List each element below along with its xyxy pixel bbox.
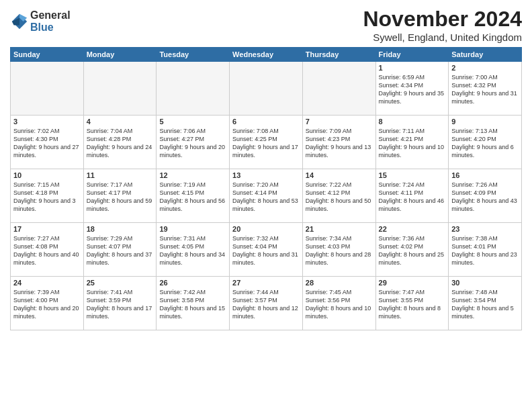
day-number: 19 (159, 225, 226, 233)
logo: General Blue (10, 9, 71, 33)
day-info: Sunrise: 7:08 AM Sunset: 4:25 PM Dayligh… (232, 127, 300, 160)
col-friday: Friday (375, 48, 449, 62)
day-info: Sunrise: 7:13 AM Sunset: 4:20 PM Dayligh… (451, 127, 519, 160)
calendar-body: 1Sunrise: 6:59 AM Sunset: 4:34 PM Daylig… (11, 62, 522, 330)
calendar-day: 7Sunrise: 7:09 AM Sunset: 4:23 PM Daylig… (302, 116, 375, 169)
day-number: 24 (13, 279, 81, 287)
day-info: Sunrise: 7:44 AM Sunset: 3:57 PM Dayligh… (232, 288, 300, 321)
day-number: 5 (159, 118, 226, 126)
day-info: Sunrise: 6:59 AM Sunset: 4:34 PM Dayligh… (379, 73, 446, 106)
col-wednesday: Wednesday (230, 48, 303, 62)
calendar-day: 12Sunrise: 7:19 AM Sunset: 4:15 PM Dayli… (157, 169, 230, 223)
day-number: 13 (232, 171, 300, 179)
day-number: 26 (159, 279, 226, 287)
calendar-day: 23Sunrise: 7:38 AM Sunset: 4:01 PM Dayli… (449, 223, 522, 277)
day-number: 12 (159, 171, 226, 179)
header: General Blue November 2024 Sywell, Engla… (10, 7, 522, 43)
calendar-day: 26Sunrise: 7:42 AM Sunset: 3:58 PM Dayli… (157, 277, 230, 330)
calendar-day: 19Sunrise: 7:31 AM Sunset: 4:05 PM Dayli… (157, 223, 230, 277)
calendar-day: 30Sunrise: 7:48 AM Sunset: 3:54 PM Dayli… (449, 277, 522, 330)
calendar-day: 9Sunrise: 7:13 AM Sunset: 4:20 PM Daylig… (449, 116, 522, 169)
day-info: Sunrise: 7:29 AM Sunset: 4:07 PM Dayligh… (87, 234, 154, 267)
day-number: 14 (306, 171, 373, 179)
day-info: Sunrise: 7:42 AM Sunset: 3:58 PM Dayligh… (159, 288, 226, 321)
day-info: Sunrise: 7:11 AM Sunset: 4:21 PM Dayligh… (379, 127, 446, 160)
day-number: 27 (232, 279, 300, 287)
col-saturday: Saturday (449, 48, 522, 62)
calendar-day (157, 62, 230, 116)
calendar-day: 3Sunrise: 7:02 AM Sunset: 4:30 PM Daylig… (11, 116, 84, 169)
col-sunday: Sunday (11, 48, 84, 62)
day-number: 25 (87, 279, 154, 287)
day-info: Sunrise: 7:26 AM Sunset: 4:09 PM Dayligh… (451, 181, 519, 214)
day-number: 6 (232, 118, 300, 126)
day-number: 1 (379, 64, 446, 72)
day-number: 7 (306, 118, 373, 126)
calendar-week-4: 24Sunrise: 7:39 AM Sunset: 4:00 PM Dayli… (11, 277, 522, 330)
day-number: 10 (13, 171, 81, 179)
calendar-day: 5Sunrise: 7:06 AM Sunset: 4:27 PM Daylig… (157, 116, 230, 169)
day-info: Sunrise: 7:34 AM Sunset: 4:03 PM Dayligh… (306, 234, 373, 267)
day-info: Sunrise: 7:48 AM Sunset: 3:54 PM Dayligh… (451, 288, 519, 321)
day-number: 20 (232, 225, 300, 233)
location: Sywell, England, United Kingdom (363, 32, 522, 43)
header-row: Sunday Monday Tuesday Wednesday Thursday… (11, 48, 522, 62)
day-info: Sunrise: 7:02 AM Sunset: 4:30 PM Dayligh… (13, 127, 81, 160)
calendar-day (11, 62, 84, 116)
day-number: 2 (451, 64, 519, 72)
calendar-day: 1Sunrise: 6:59 AM Sunset: 4:34 PM Daylig… (375, 62, 449, 116)
col-thursday: Thursday (302, 48, 375, 62)
day-number: 11 (87, 171, 154, 179)
day-info: Sunrise: 7:17 AM Sunset: 4:17 PM Dayligh… (87, 181, 154, 214)
day-info: Sunrise: 7:41 AM Sunset: 3:59 PM Dayligh… (87, 288, 154, 321)
calendar-day: 4Sunrise: 7:04 AM Sunset: 4:28 PM Daylig… (83, 116, 157, 169)
day-info: Sunrise: 7:20 AM Sunset: 4:14 PM Dayligh… (232, 181, 300, 214)
day-number: 30 (451, 279, 519, 287)
day-info: Sunrise: 7:27 AM Sunset: 4:08 PM Dayligh… (13, 234, 81, 267)
day-number: 28 (306, 279, 373, 287)
day-info: Sunrise: 7:38 AM Sunset: 4:01 PM Dayligh… (451, 234, 519, 267)
logo-blue-text: Blue (30, 21, 71, 34)
calendar-day: 15Sunrise: 7:24 AM Sunset: 4:11 PM Dayli… (375, 169, 449, 223)
calendar-day: 11Sunrise: 7:17 AM Sunset: 4:17 PM Dayli… (83, 169, 157, 223)
calendar-day: 14Sunrise: 7:22 AM Sunset: 4:12 PM Dayli… (302, 169, 375, 223)
day-info: Sunrise: 7:15 AM Sunset: 4:18 PM Dayligh… (13, 181, 81, 214)
calendar-day: 27Sunrise: 7:44 AM Sunset: 3:57 PM Dayli… (230, 277, 303, 330)
calendar-day: 21Sunrise: 7:34 AM Sunset: 4:03 PM Dayli… (302, 223, 375, 277)
day-number: 3 (13, 118, 81, 126)
day-info: Sunrise: 7:09 AM Sunset: 4:23 PM Dayligh… (306, 127, 373, 160)
month-title: November 2024 (363, 7, 522, 32)
day-number: 16 (451, 171, 519, 179)
calendar-day: 22Sunrise: 7:36 AM Sunset: 4:02 PM Dayli… (375, 223, 449, 277)
calendar-day: 18Sunrise: 7:29 AM Sunset: 4:07 PM Dayli… (83, 223, 157, 277)
title-block: November 2024 Sywell, England, United Ki… (363, 7, 522, 43)
day-info: Sunrise: 7:31 AM Sunset: 4:05 PM Dayligh… (159, 234, 226, 267)
day-info: Sunrise: 7:47 AM Sunset: 3:55 PM Dayligh… (379, 288, 446, 321)
col-tuesday: Tuesday (157, 48, 230, 62)
calendar-day: 28Sunrise: 7:45 AM Sunset: 3:56 PM Dayli… (302, 277, 375, 330)
page: General Blue November 2024 Sywell, Engla… (0, 0, 532, 411)
day-info: Sunrise: 7:06 AM Sunset: 4:27 PM Dayligh… (159, 127, 226, 160)
calendar-day (83, 62, 157, 116)
calendar-day: 10Sunrise: 7:15 AM Sunset: 4:18 PM Dayli… (11, 169, 84, 223)
day-number: 23 (451, 225, 519, 233)
day-info: Sunrise: 7:19 AM Sunset: 4:15 PM Dayligh… (159, 181, 226, 214)
day-number: 8 (379, 118, 446, 126)
calendar-day: 20Sunrise: 7:32 AM Sunset: 4:04 PM Dayli… (230, 223, 303, 277)
calendar-day: 29Sunrise: 7:47 AM Sunset: 3:55 PM Dayli… (375, 277, 449, 330)
calendar-week-3: 17Sunrise: 7:27 AM Sunset: 4:08 PM Dayli… (11, 223, 522, 277)
calendar-day: 25Sunrise: 7:41 AM Sunset: 3:59 PM Dayli… (83, 277, 157, 330)
calendar-day: 24Sunrise: 7:39 AM Sunset: 4:00 PM Dayli… (11, 277, 84, 330)
day-number: 18 (87, 225, 154, 233)
day-info: Sunrise: 7:32 AM Sunset: 4:04 PM Dayligh… (232, 234, 300, 267)
day-number: 21 (306, 225, 373, 233)
calendar-day: 16Sunrise: 7:26 AM Sunset: 4:09 PM Dayli… (449, 169, 522, 223)
calendar-day: 6Sunrise: 7:08 AM Sunset: 4:25 PM Daylig… (230, 116, 303, 169)
calendar-week-1: 3Sunrise: 7:02 AM Sunset: 4:30 PM Daylig… (11, 116, 522, 169)
day-info: Sunrise: 7:04 AM Sunset: 4:28 PM Dayligh… (87, 127, 154, 160)
calendar-day (230, 62, 303, 116)
day-info: Sunrise: 7:00 AM Sunset: 4:32 PM Dayligh… (451, 73, 519, 106)
day-info: Sunrise: 7:22 AM Sunset: 4:12 PM Dayligh… (306, 181, 373, 214)
calendar-day: 13Sunrise: 7:20 AM Sunset: 4:14 PM Dayli… (230, 169, 303, 223)
day-number: 29 (379, 279, 446, 287)
